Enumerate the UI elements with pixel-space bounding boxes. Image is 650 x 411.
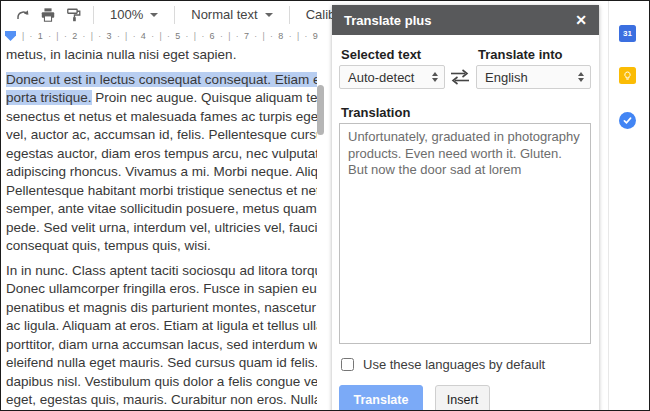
vertical-scrollbar[interactable] xyxy=(317,85,324,135)
select-arrows-icon xyxy=(578,72,584,82)
redo-icon[interactable] xyxy=(9,4,35,26)
print-icon[interactable] xyxy=(35,4,61,26)
paragraph-style-select[interactable]: Normal text xyxy=(181,3,282,27)
translation-label: Translation xyxy=(341,105,410,120)
selected-text: Donec ut est in lectus consequat consequ… xyxy=(6,72,317,87)
paragraph-style-value: Normal text xyxy=(191,7,257,22)
source-language-select[interactable]: Auto-detect xyxy=(339,65,445,89)
workspace-side-rail: 31 xyxy=(608,1,650,411)
paragraph[interactable]: Donec ut est in lectus consequat consequ… xyxy=(6,71,317,256)
close-icon[interactable]: ✕ xyxy=(575,13,587,27)
translate-button[interactable]: Translate xyxy=(339,385,423,411)
panel-header: Translate plus ✕ xyxy=(332,5,599,35)
translation-textarea[interactable]: Unfortunately, graduated in photography … xyxy=(339,123,591,344)
insert-button[interactable]: Insert xyxy=(435,385,490,411)
translate-into-label: Translate into xyxy=(478,47,563,62)
source-language-value: Auto-detect xyxy=(348,70,428,85)
chevron-down-icon xyxy=(265,13,273,17)
document-page[interactable]: metus, in lacinia nulla nisi eget sapien… xyxy=(1,45,317,411)
indent-marker[interactable] xyxy=(5,31,16,41)
paint-roller-icon[interactable] xyxy=(61,4,87,26)
google-calendar-icon[interactable]: 31 xyxy=(619,25,636,42)
selected-text: porta tristique. xyxy=(6,90,92,105)
toolbar-divider xyxy=(93,6,94,24)
paragraph[interactable]: metus, in lacinia nulla nisi eget sapien… xyxy=(6,46,317,65)
selected-text-label: Selected text xyxy=(341,47,421,62)
target-language-select[interactable]: English xyxy=(476,65,591,89)
document-text: metus, in lacinia nulla nisi eget sapien… xyxy=(1,45,317,411)
toolbar-divider xyxy=(174,6,175,24)
chevron-down-icon xyxy=(150,13,158,17)
default-languages-label: Use these languages by default xyxy=(363,357,545,372)
google-tasks-icon[interactable] xyxy=(619,112,636,129)
google-docs-window: 100% Normal text Calibri |·1·|·2·|·3·|·4… xyxy=(0,0,650,411)
translate-plus-panel: Translate plus ✕ Selected text Translate… xyxy=(332,5,599,411)
default-languages-checkbox[interactable] xyxy=(341,358,354,371)
swap-languages-icon[interactable] xyxy=(449,69,471,85)
ruler-ticks: |·1·|·2·|·3·|·4·|·5·|·6·|·7·|·8·|·9 xyxy=(22,29,318,43)
select-arrows-icon xyxy=(432,72,438,82)
zoom-select[interactable]: 100% xyxy=(100,3,168,27)
google-keep-icon[interactable] xyxy=(619,67,636,84)
toolbar-divider xyxy=(289,6,290,24)
paragraph[interactable]: In in nunc. Class aptent taciti sociosqu… xyxy=(6,262,317,411)
panel-title: Translate plus xyxy=(344,13,575,28)
zoom-value: 100% xyxy=(110,7,143,22)
target-language-value: English xyxy=(485,70,574,85)
